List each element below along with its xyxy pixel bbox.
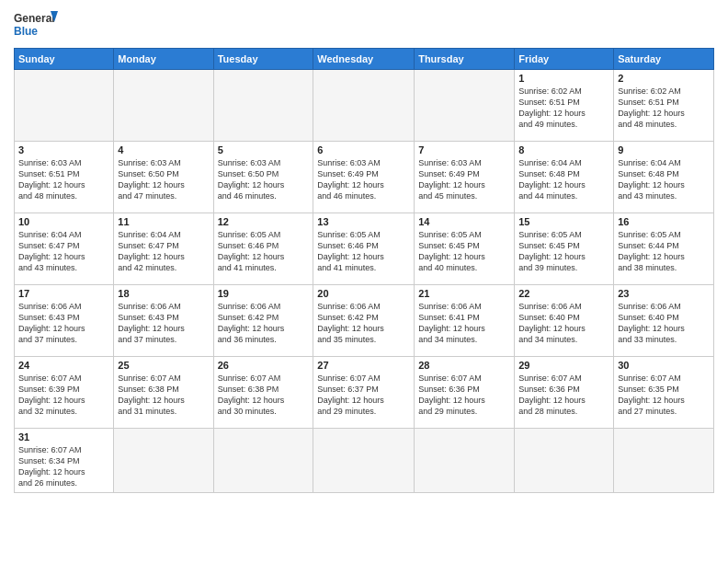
day-cell: [415, 70, 515, 142]
col-header-saturday: Saturday: [614, 49, 714, 70]
day-info: Sunrise: 6:05 AM Sunset: 6:46 PM Dayligh…: [218, 229, 310, 274]
day-info: Sunrise: 6:03 AM Sunset: 6:50 PM Dayligh…: [218, 157, 310, 202]
col-header-tuesday: Tuesday: [213, 49, 313, 70]
day-cell: 24Sunrise: 6:07 AM Sunset: 6:39 PM Dayli…: [15, 357, 114, 429]
day-cell: 15Sunrise: 6:05 AM Sunset: 6:45 PM Dayli…: [515, 213, 614, 285]
day-info: Sunrise: 6:05 AM Sunset: 6:44 PM Dayligh…: [618, 229, 710, 274]
day-info: Sunrise: 6:06 AM Sunset: 6:42 PM Dayligh…: [317, 301, 410, 346]
svg-text:General: General: [14, 12, 55, 25]
day-info: Sunrise: 6:05 AM Sunset: 6:45 PM Dayligh…: [418, 229, 510, 274]
week-row-5: 24Sunrise: 6:07 AM Sunset: 6:39 PM Dayli…: [15, 357, 714, 429]
col-header-friday: Friday: [515, 49, 614, 70]
svg-text:Blue: Blue: [14, 25, 38, 38]
day-number: 3: [18, 144, 109, 155]
day-info: Sunrise: 6:04 AM Sunset: 6:48 PM Dayligh…: [518, 157, 609, 202]
day-cell: 3Sunrise: 6:03 AM Sunset: 6:51 PM Daylig…: [15, 142, 114, 213]
week-row-2: 3Sunrise: 6:03 AM Sunset: 6:51 PM Daylig…: [15, 142, 714, 213]
day-number: 8: [518, 144, 609, 155]
day-cell: 20Sunrise: 6:06 AM Sunset: 6:42 PM Dayli…: [313, 285, 415, 357]
day-number: 12: [218, 216, 310, 227]
day-info: Sunrise: 6:07 AM Sunset: 6:38 PM Dayligh…: [218, 373, 310, 418]
day-cell: 5Sunrise: 6:03 AM Sunset: 6:50 PM Daylig…: [213, 142, 313, 213]
day-number: 17: [18, 288, 109, 299]
day-cell: 8Sunrise: 6:04 AM Sunset: 6:48 PM Daylig…: [515, 142, 614, 213]
day-cell: 29Sunrise: 6:07 AM Sunset: 6:36 PM Dayli…: [515, 357, 614, 429]
day-info: Sunrise: 6:04 AM Sunset: 6:48 PM Dayligh…: [618, 157, 710, 202]
day-info: Sunrise: 6:06 AM Sunset: 6:40 PM Dayligh…: [618, 301, 710, 346]
day-cell: 4Sunrise: 6:03 AM Sunset: 6:50 PM Daylig…: [114, 142, 213, 213]
day-info: Sunrise: 6:07 AM Sunset: 6:34 PM Dayligh…: [18, 444, 109, 489]
day-cell: [114, 429, 213, 493]
day-info: Sunrise: 6:06 AM Sunset: 6:43 PM Dayligh…: [118, 301, 209, 346]
day-cell: 12Sunrise: 6:05 AM Sunset: 6:46 PM Dayli…: [213, 213, 313, 285]
day-info: Sunrise: 6:07 AM Sunset: 6:36 PM Dayligh…: [518, 373, 609, 418]
day-cell: 16Sunrise: 6:05 AM Sunset: 6:44 PM Dayli…: [614, 213, 714, 285]
day-cell: [614, 429, 714, 493]
day-cell: 31Sunrise: 6:07 AM Sunset: 6:34 PM Dayli…: [15, 429, 114, 493]
week-row-6: 31Sunrise: 6:07 AM Sunset: 6:34 PM Dayli…: [15, 429, 714, 493]
day-info: Sunrise: 6:06 AM Sunset: 6:42 PM Dayligh…: [218, 301, 310, 346]
day-number: 13: [317, 216, 410, 227]
day-cell: 25Sunrise: 6:07 AM Sunset: 6:38 PM Dayli…: [114, 357, 213, 429]
col-header-sunday: Sunday: [15, 49, 114, 70]
day-number: 27: [317, 360, 410, 371]
day-cell: 18Sunrise: 6:06 AM Sunset: 6:43 PM Dayli…: [114, 285, 213, 357]
day-cell: 11Sunrise: 6:04 AM Sunset: 6:47 PM Dayli…: [114, 213, 213, 285]
day-number: 26: [218, 360, 310, 371]
day-info: Sunrise: 6:07 AM Sunset: 6:35 PM Dayligh…: [618, 373, 710, 418]
day-cell: [114, 70, 213, 142]
day-cell: [213, 429, 313, 493]
day-cell: 27Sunrise: 6:07 AM Sunset: 6:37 PM Dayli…: [313, 357, 415, 429]
day-info: Sunrise: 6:02 AM Sunset: 6:51 PM Dayligh…: [518, 86, 609, 131]
day-cell: 23Sunrise: 6:06 AM Sunset: 6:40 PM Dayli…: [614, 285, 714, 357]
day-number: 1: [518, 73, 609, 84]
day-number: 24: [18, 360, 109, 371]
col-header-wednesday: Wednesday: [313, 49, 415, 70]
day-number: 23: [618, 288, 710, 299]
day-number: 14: [418, 216, 510, 227]
header: General Blue: [14, 9, 714, 42]
day-cell: 22Sunrise: 6:06 AM Sunset: 6:40 PM Dayli…: [515, 285, 614, 357]
day-number: 19: [218, 288, 310, 299]
day-cell: 19Sunrise: 6:06 AM Sunset: 6:42 PM Dayli…: [213, 285, 313, 357]
col-header-monday: Monday: [114, 49, 213, 70]
day-info: Sunrise: 6:06 AM Sunset: 6:40 PM Dayligh…: [518, 301, 609, 346]
day-number: 29: [518, 360, 609, 371]
day-number: 9: [618, 144, 710, 155]
day-info: Sunrise: 6:06 AM Sunset: 6:41 PM Dayligh…: [418, 301, 510, 346]
day-number: 6: [317, 144, 410, 155]
day-info: Sunrise: 6:07 AM Sunset: 6:37 PM Dayligh…: [317, 373, 410, 418]
day-number: 18: [118, 288, 209, 299]
day-cell: 6Sunrise: 6:03 AM Sunset: 6:49 PM Daylig…: [313, 142, 415, 213]
day-number: 20: [317, 288, 410, 299]
day-info: Sunrise: 6:03 AM Sunset: 6:49 PM Dayligh…: [317, 157, 410, 202]
day-info: Sunrise: 6:06 AM Sunset: 6:43 PM Dayligh…: [18, 301, 109, 346]
day-cell: 1Sunrise: 6:02 AM Sunset: 6:51 PM Daylig…: [515, 70, 614, 142]
day-info: Sunrise: 6:03 AM Sunset: 6:51 PM Dayligh…: [18, 157, 109, 202]
day-cell: [415, 429, 515, 493]
day-cell: 28Sunrise: 6:07 AM Sunset: 6:36 PM Dayli…: [415, 357, 515, 429]
day-number: 28: [418, 360, 510, 371]
day-number: 31: [18, 431, 109, 442]
day-cell: 17Sunrise: 6:06 AM Sunset: 6:43 PM Dayli…: [15, 285, 114, 357]
day-number: 15: [518, 216, 609, 227]
day-info: Sunrise: 6:03 AM Sunset: 6:49 PM Dayligh…: [418, 157, 510, 202]
day-number: 5: [218, 144, 310, 155]
logo: General Blue: [14, 9, 60, 42]
day-number: 22: [518, 288, 609, 299]
day-info: Sunrise: 6:05 AM Sunset: 6:45 PM Dayligh…: [518, 229, 609, 274]
day-number: 11: [118, 216, 209, 227]
day-cell: 7Sunrise: 6:03 AM Sunset: 6:49 PM Daylig…: [415, 142, 515, 213]
page: General Blue SundayMondayTuesdayWednesda…: [0, 0, 728, 563]
logo-svg: General Blue: [14, 9, 60, 42]
day-cell: 14Sunrise: 6:05 AM Sunset: 6:45 PM Dayli…: [415, 213, 515, 285]
day-info: Sunrise: 6:03 AM Sunset: 6:50 PM Dayligh…: [118, 157, 209, 202]
calendar: SundayMondayTuesdayWednesdayThursdayFrid…: [14, 48, 714, 493]
day-number: 16: [618, 216, 710, 227]
day-number: 25: [118, 360, 209, 371]
day-cell: [213, 70, 313, 142]
day-number: 7: [418, 144, 510, 155]
day-cell: 9Sunrise: 6:04 AM Sunset: 6:48 PM Daylig…: [614, 142, 714, 213]
day-info: Sunrise: 6:05 AM Sunset: 6:46 PM Dayligh…: [317, 229, 410, 274]
day-cell: [313, 70, 415, 142]
